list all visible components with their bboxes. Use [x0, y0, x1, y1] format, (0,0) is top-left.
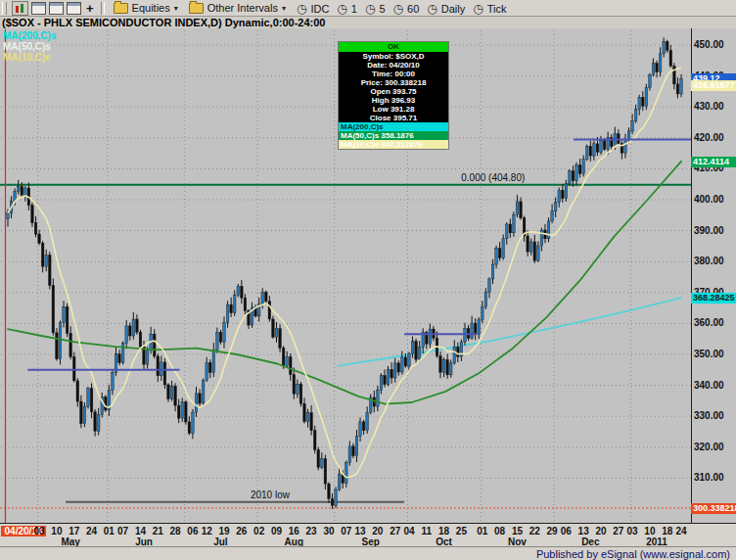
esignal-chart-icon[interactable]	[12, 1, 28, 16]
cursor-window-line: Low 391.28	[339, 105, 448, 114]
folder-icon	[114, 3, 128, 14]
candle-body	[537, 246, 540, 260]
candle-body	[118, 354, 121, 363]
candle-body	[471, 323, 474, 338]
folder-icon	[189, 3, 204, 14]
candle-body	[502, 239, 505, 258]
candle-body	[393, 363, 396, 378]
new-window-icon[interactable]	[31, 2, 46, 15]
x-axis-tick-label: 04	[394, 526, 424, 537]
add-icon[interactable]: +	[84, 1, 96, 16]
interval-buttons-group: ◷IDC◷1◷5◷60◷Daily◷Tick	[293, 0, 511, 17]
cursor-window-line: Time: 00:00	[339, 70, 448, 78]
x-axis-tick-label: 01	[468, 526, 497, 537]
chevron-down-icon: ▾	[174, 4, 178, 13]
candle-body	[638, 97, 641, 109]
x-axis-tick-label: 06	[178, 526, 207, 537]
candle-body	[418, 348, 421, 359]
candle-body	[105, 397, 108, 410]
candle-body	[136, 319, 139, 332]
candle-body	[41, 243, 44, 266]
interval-label: 5	[379, 3, 385, 15]
ma200-line	[338, 298, 681, 366]
candle-body	[328, 484, 331, 498]
cursor-window-line: Price: 300.338218	[339, 78, 448, 87]
candle-body	[380, 375, 383, 390]
candle-body	[561, 190, 564, 199]
x-axis-tick-label: 23	[297, 526, 326, 537]
equities-dropdown-button[interactable]: Equities ▾	[110, 1, 182, 16]
candle-body	[411, 342, 414, 353]
candle-body	[582, 160, 585, 174]
x-axis-tick-label: 27	[381, 526, 410, 537]
candle-body	[206, 363, 208, 381]
red-bar-glyph	[16, 6, 19, 13]
clock-icon: ◷	[337, 3, 346, 15]
x-axis-selected-date: 04/20/10	[1, 526, 46, 537]
candle-body	[401, 357, 404, 372]
candle-body	[310, 412, 313, 430]
candle-body	[669, 50, 672, 66]
candle-body	[457, 347, 460, 356]
candle-body	[38, 234, 41, 243]
candle-body	[649, 74, 652, 87]
published-by-bar: Published by eSignal (www.esignal.com)	[0, 546, 736, 560]
candle-body	[63, 306, 66, 322]
candle-body	[233, 295, 236, 312]
other-intervals-dropdown-button[interactable]: Other Intervals ▾	[185, 1, 290, 16]
candle-body	[272, 319, 275, 337]
x-axis-tick-label: 10	[635, 526, 665, 537]
candle-body	[185, 402, 188, 422]
toolbar-separator	[101, 2, 105, 15]
candle-body	[449, 363, 452, 375]
chevron-down-icon: ▾	[282, 4, 286, 13]
candle-body	[297, 384, 299, 394]
candle-body	[76, 381, 79, 401]
interval-label: 1	[351, 3, 357, 15]
candle-body	[268, 302, 271, 319]
candle-body	[415, 342, 418, 359]
interval-label: Daily	[441, 3, 465, 15]
candle-body	[163, 362, 166, 385]
window-options-icon[interactable]	[67, 2, 81, 15]
candle-body	[676, 84, 679, 94]
interval-button-1[interactable]: ◷1	[333, 2, 361, 17]
duplicate-window-icon[interactable]	[49, 2, 64, 15]
candle-body	[45, 256, 48, 267]
candle-body	[31, 206, 34, 223]
chart-window-title: ($SOX - PHLX SEMICONDUCTOR INDEX,D) Dyna…	[0, 17, 736, 28]
candle-body	[128, 326, 131, 336]
candle-body	[125, 326, 128, 344]
interval-button-tick[interactable]: ◷Tick	[469, 2, 510, 17]
candle-body	[146, 350, 149, 364]
toolbar-grip[interactable]	[2, 2, 7, 15]
candle-body	[66, 306, 69, 333]
interval-button-60[interactable]: ◷60	[390, 2, 424, 17]
clock-icon: ◷	[393, 3, 403, 15]
candle-body	[569, 171, 572, 184]
candle-body	[596, 144, 599, 153]
candle-body	[377, 391, 380, 406]
cursor-window-ma-rows: MA(200,C)sMA(50,C)s 358.1876MA(10,C)e 34…	[339, 122, 448, 149]
candle-body	[170, 386, 173, 398]
candle-body	[627, 131, 630, 140]
interval-button-idc[interactable]: ◷IDC	[293, 2, 333, 17]
candle-body	[97, 414, 100, 431]
candle-body	[226, 304, 229, 322]
candle-body	[87, 389, 90, 406]
candle-body	[112, 372, 115, 390]
x-axis-tick-label: 21	[143, 526, 172, 537]
candle-body	[482, 307, 484, 320]
candle-body	[558, 190, 561, 202]
candle-body	[83, 406, 86, 424]
x-axis-tick-label: 19	[209, 526, 239, 537]
candle-body	[48, 256, 51, 286]
candle-body	[181, 402, 184, 418]
candle-body	[565, 184, 568, 199]
interval-label: 60	[407, 3, 419, 15]
interval-button-daily[interactable]: ◷Daily	[423, 2, 469, 17]
candle-body	[603, 140, 606, 149]
candle-body	[641, 97, 644, 106]
clock-icon: ◷	[427, 3, 437, 15]
interval-button-5[interactable]: ◷5	[361, 2, 390, 17]
